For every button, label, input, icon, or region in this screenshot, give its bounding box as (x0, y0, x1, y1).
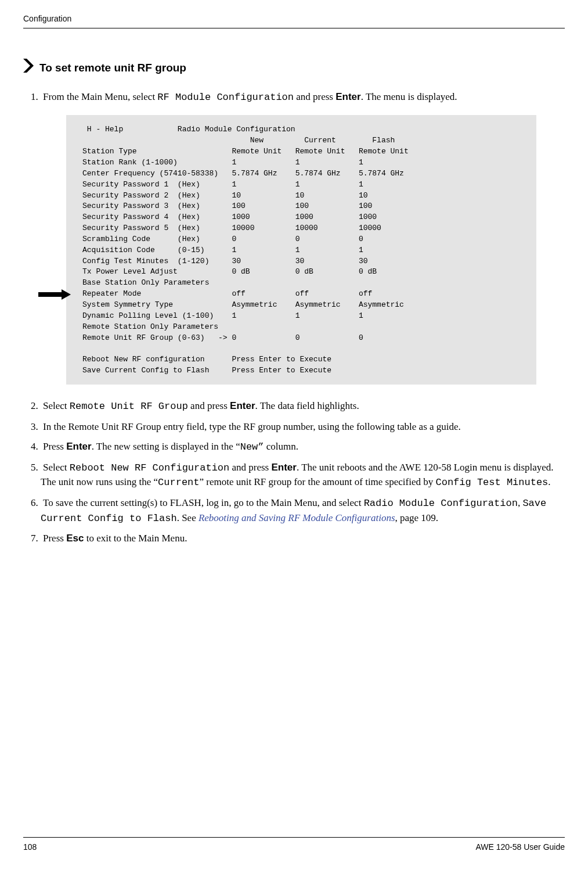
key-token: Enter (336, 91, 360, 102)
text: and press (229, 462, 271, 473)
section-heading: To set remote unit RF group (23, 59, 565, 77)
svg-rect-1 (38, 292, 62, 297)
text: In the Remote Unit RF Group entry field,… (41, 421, 461, 432)
text: ” remote unit RF group for the amount of… (200, 476, 436, 487)
terminal-block: H - Help Radio Module Configuration New … (66, 115, 536, 384)
text: and press (188, 400, 230, 411)
code: Current (158, 477, 199, 488)
text: Select (43, 462, 70, 473)
text: Press (43, 441, 66, 452)
text: To save the current setting(s) to FLASH,… (43, 497, 364, 508)
code: Config Test Minutes (435, 477, 548, 488)
code: New” (240, 441, 264, 453)
step-7: Press Esc to exit to the Main Menu. (41, 532, 565, 546)
terminal-output: H - Help Radio Module Configuration New … (66, 115, 536, 384)
text: . See (177, 512, 199, 523)
step-list: From the Main Menu, select RF Module Con… (23, 90, 565, 546)
xref-link[interactable]: Rebooting and Saving RF Module Configura… (199, 512, 395, 523)
text: to exit to the Main Menu. (84, 533, 187, 544)
callout-arrow-icon (38, 289, 71, 300)
step-6: To save the current setting(s) to FLASH,… (41, 496, 565, 526)
page-number: 108 (23, 841, 37, 853)
text: From the Main Menu, select (43, 91, 157, 102)
step-4: Press Enter. The new setting is displaye… (41, 440, 565, 455)
text: . The new setting is displayed in the “ (92, 441, 240, 452)
key-token: Enter (66, 441, 91, 452)
code: Remote Unit RF Group (70, 401, 188, 412)
running-header: Configuration (23, 0, 565, 28)
code: Reboot New RF Configuration (70, 462, 229, 473)
step-2: Select Remote Unit RF Group and press En… (41, 399, 565, 414)
text: . The menu is displayed. (361, 91, 457, 102)
svg-marker-0 (23, 59, 34, 73)
code: RF Module Configuration (157, 92, 294, 103)
text: Select (43, 400, 70, 411)
text: Press (43, 533, 66, 544)
section-bullet-icon (23, 59, 34, 77)
text: . The data field highlights. (255, 400, 359, 411)
text: and press (294, 91, 336, 102)
step-5: Select Reboot New RF Configuration and p… (41, 461, 565, 490)
page-footer: 108 AWE 120-58 User Guide (23, 837, 565, 853)
svg-marker-2 (62, 289, 71, 300)
text: , page 109. (395, 512, 439, 523)
step-3: In the Remote Unit RF Group entry field,… (41, 420, 565, 435)
key-token: Enter (230, 400, 255, 411)
key-token: Esc (66, 533, 84, 544)
step-1: From the Main Menu, select RF Module Con… (41, 90, 565, 385)
code: Radio Module Configuration (364, 498, 518, 509)
text: . (548, 476, 550, 487)
key-token: Enter (271, 462, 296, 473)
section-title: To set remote unit RF group (39, 60, 186, 76)
text: column. (264, 441, 299, 452)
guide-title: AWE 120-58 User Guide (475, 841, 565, 853)
